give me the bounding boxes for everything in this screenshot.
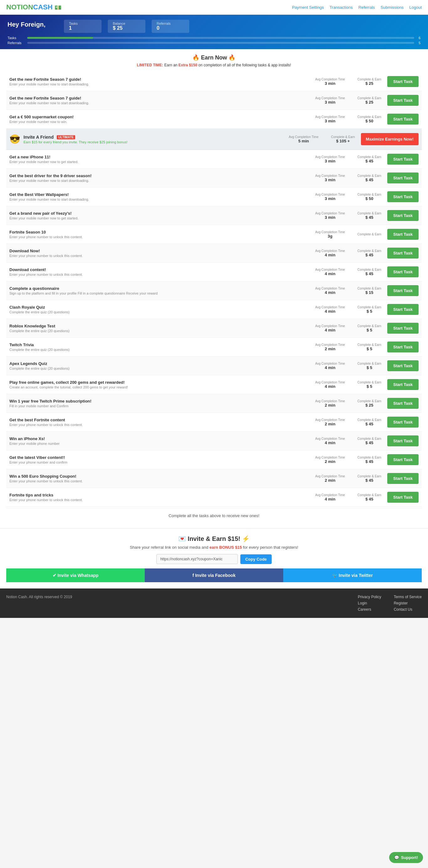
task-earn-label: Complete & Earn: [358, 155, 381, 159]
task-row: Win 1 year free Twitch Prime subscriptio…: [6, 394, 422, 413]
start-task-button[interactable]: Start Task: [387, 379, 419, 390]
task-title: Win a 500 Euro Shopping Coupon!: [9, 474, 312, 478]
task-time-item: Avg Completion Time 3 min: [315, 193, 345, 201]
start-task-button[interactable]: Start Task: [387, 76, 419, 87]
task-info: Clash Royale Quiz Complete the entire qu…: [9, 305, 312, 314]
task-earn-item: Complete & Earn $ 25: [358, 78, 381, 86]
nav-transactions[interactable]: Transactions: [330, 5, 353, 10]
task-title: Download Now!: [9, 249, 312, 253]
task-time-label: Avg Completion Time: [315, 212, 345, 215]
task-info: Play free online games, collect 200 gems…: [9, 380, 312, 389]
task-row: Get a € 500 supermarket coupon! Enter yo…: [6, 110, 422, 129]
task-time-label: Avg Completion Time: [315, 155, 345, 159]
invite-whatsapp-button[interactable]: ✔ Invite via Whatsapp: [6, 568, 145, 582]
task-time-item: Avg Completion Time 4 min: [315, 493, 345, 501]
start-task-button[interactable]: Start Task: [387, 114, 419, 125]
start-task-button[interactable]: Start Task: [387, 492, 419, 503]
referrals-progress-end: 5: [417, 41, 421, 45]
maximize-earnings-button[interactable]: Maximize Earnings Now!: [361, 133, 419, 145]
start-task-button[interactable]: Start Task: [387, 173, 419, 183]
task-meta: Avg Completion Time 3 min Complete & Ear…: [315, 115, 384, 123]
task-earn-label: Complete & Earn: [358, 399, 381, 403]
start-task-button[interactable]: Start Task: [387, 323, 419, 334]
nav-submissions[interactable]: Submissions: [381, 5, 404, 10]
task-info: Get the best Fortnite content Enter your…: [9, 417, 312, 427]
earn-section: 🔥 Earn Now 🔥 LIMITED TIME: Earn an Extra…: [0, 49, 428, 528]
task-row: Play free online games, collect 200 gems…: [6, 375, 422, 394]
task-earn-value: $ 45: [358, 440, 381, 445]
task-row: Win a 500 Euro Shopping Coupon! Enter yo…: [6, 469, 422, 488]
task-time-label: Avg Completion Time: [315, 362, 345, 365]
footer-careers[interactable]: Careers: [358, 607, 381, 612]
task-earn-value: $ 5: [358, 328, 381, 333]
start-task-button[interactable]: Start Task: [387, 360, 419, 371]
nav-logout[interactable]: Logout: [409, 5, 422, 10]
task-desc: Sign up to the platform and fill in your…: [9, 291, 312, 295]
footer-col-1: Privacy Policy Login Careers: [358, 595, 381, 612]
start-task-button[interactable]: Start Task: [387, 191, 419, 202]
main-nav: Payment Settings Transactions Referrals …: [292, 5, 422, 10]
nav-referrals[interactable]: Referrals: [359, 5, 375, 10]
task-time-value: 4 min: [315, 253, 345, 257]
task-desc: Enter your phone number to unlock this c…: [9, 479, 312, 483]
start-task-button[interactable]: Start Task: [387, 304, 419, 315]
task-earn-value: $ 50: [358, 119, 381, 123]
footer-register[interactable]: Register: [394, 601, 422, 606]
footer-privacy-policy[interactable]: Privacy Policy: [358, 595, 381, 599]
start-task-button[interactable]: Start Task: [387, 341, 419, 352]
footer: Notion Cash. All rights reserved © 2019 …: [0, 588, 428, 618]
task-desc: Enter your mobile number now to start do…: [9, 197, 312, 201]
task-time-value: 3 min: [315, 159, 345, 163]
task-earn-item: Complete & Earn $ 45: [358, 437, 381, 445]
task-title: Get the latest Viber content!!: [9, 455, 312, 460]
earn-title: 🔥 Earn Now 🔥: [6, 54, 422, 61]
task-desc: Enter your mobile number now to get star…: [9, 216, 312, 220]
start-task-button[interactable]: Start Task: [387, 454, 419, 465]
task-info: Twitch Trivia Complete the entire quiz (…: [9, 342, 312, 351]
start-task-button[interactable]: Start Task: [387, 229, 419, 240]
task-row: Win an iPhone Xs! Enter your mobile phon…: [6, 432, 422, 451]
footer-terms[interactable]: Terms of Service: [394, 595, 422, 599]
invite-twitter-button[interactable]: 🐦 Invite via Twitter: [283, 568, 422, 582]
task-info: Fortnite Season 10 Enter your phone numb…: [9, 230, 312, 239]
task-time-item: Avg Completion Time 3 min: [315, 115, 345, 123]
start-task-button[interactable]: Start Task: [387, 398, 419, 409]
nav-payment-settings[interactable]: Payment Settings: [292, 5, 324, 10]
task-desc: Enter your mobile number now to get star…: [9, 160, 312, 164]
task-earn-value: $ 5: [358, 384, 381, 389]
tasks-progress-row: Tasks 6: [7, 36, 421, 40]
start-task-button[interactable]: Start Task: [387, 248, 419, 258]
task-row: Twitch Trivia Complete the entire quiz (…: [6, 338, 422, 356]
invite-facebook-button[interactable]: f Invite via Facebook: [145, 568, 283, 582]
task-earn-item: Complete & Earn $ 45: [358, 174, 381, 182]
start-task-button[interactable]: Start Task: [387, 435, 419, 446]
copy-code-button[interactable]: Copy Code: [240, 554, 272, 564]
task-time-label: Avg Completion Time: [315, 343, 345, 346]
task-earn-item: Complete & Earn $ 5: [358, 381, 381, 389]
task-time-item: Avg Completion Time 4 min: [315, 268, 345, 276]
task-meta: Avg Completion Time 4 min Complete & Ear…: [315, 287, 384, 295]
task-earn-label: Complete & Earn: [358, 268, 381, 271]
task-desc: Enter your phone number to unlock this c…: [9, 235, 312, 239]
task-earn-value: $ 45: [358, 271, 381, 276]
start-task-button[interactable]: Start Task: [387, 210, 419, 221]
task-earn-value: $ 45: [358, 253, 381, 257]
task-time-value: 2 min: [315, 422, 345, 426]
task-earn-item: Complete & Earn $ 45: [358, 212, 381, 220]
referral-url-input[interactable]: [156, 554, 238, 564]
task-earn-label: Complete & Earn: [358, 232, 381, 236]
footer-contact[interactable]: Contact Us: [394, 607, 422, 612]
task-title: Get the new Fortnite Season 7 guide!: [9, 96, 312, 100]
start-task-button[interactable]: Start Task: [387, 473, 419, 484]
start-task-button[interactable]: Start Task: [387, 267, 419, 277]
task-time-value: 4 min: [315, 365, 345, 370]
task-info: Get the best driver for the 9 driver sea…: [9, 174, 312, 183]
start-task-button[interactable]: Start Task: [387, 416, 419, 428]
start-task-button[interactable]: Start Task: [387, 95, 419, 106]
task-earn-label: Complete & Earn: [358, 193, 381, 196]
invite-facebook-label: Invite via Facebook: [195, 573, 236, 578]
start-task-button[interactable]: Start Task: [387, 285, 419, 296]
footer-login[interactable]: Login: [358, 601, 381, 606]
start-task-button[interactable]: Start Task: [387, 154, 419, 165]
task-time-label: Avg Completion Time: [315, 399, 345, 403]
